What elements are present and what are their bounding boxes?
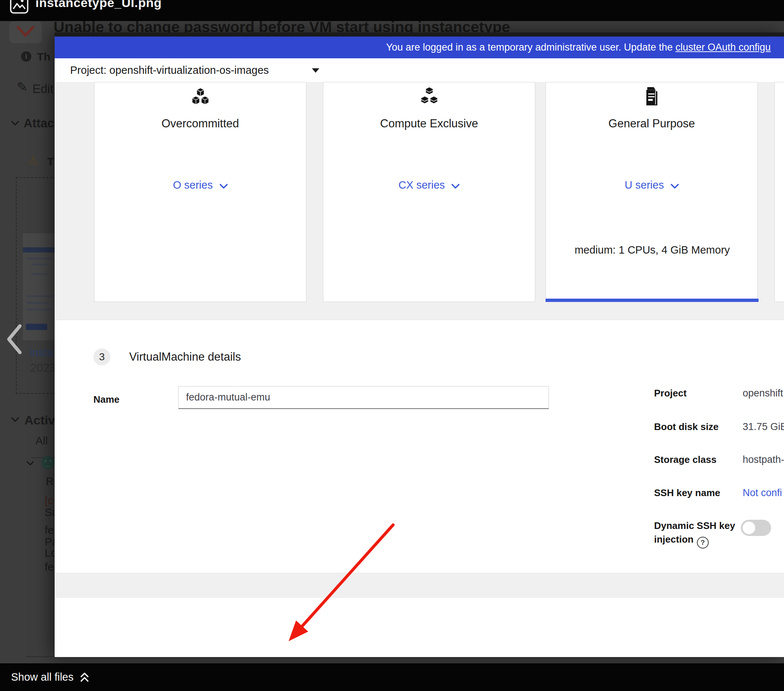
help-icon[interactable]: ? [697, 537, 709, 549]
instancetype-card-section: Overcommitted O series [54, 82, 784, 320]
dynamic-ssh-label-line1: Dynamic SSH key [654, 520, 735, 531]
comment-line: [c [44, 494, 53, 507]
attachment-file-link[interactable]: insta [30, 346, 54, 359]
masthead-edge [54, 33, 784, 36]
avatar [41, 456, 54, 469]
chevron-down-icon [9, 21, 42, 43]
image-file-icon [10, 0, 29, 14]
login-notice-banner: You are logged in as a temporary adminis… [54, 36, 784, 58]
dynamic-ssh-label-line2: injection? [654, 534, 709, 549]
attachment-filename: instancetype_UI.png [35, 0, 162, 10]
chevron-down-icon[interactable] [11, 121, 19, 126]
card-title: General Purpose [546, 117, 758, 130]
screen: Unable to change password before VM star… [0, 0, 784, 691]
chevron-down-icon [220, 183, 228, 190]
show-all-files-button[interactable]: Show all files [11, 671, 89, 683]
comment-line: fe [44, 524, 54, 536]
collapse-comment-button[interactable] [9, 21, 42, 43]
show-all-files-label: Show all files [11, 671, 74, 683]
attachment-image-openshift-wizard: You are logged in as a temporary adminis… [54, 33, 784, 657]
card-partial[interactable] [774, 82, 784, 302]
ssh-key-label: SSH key name [654, 487, 720, 499]
boot-disk-size-label: Boot disk size [654, 421, 719, 433]
divider [26, 656, 54, 657]
warning-text: T [47, 155, 54, 168]
series-dropdown[interactable]: CX series [323, 179, 535, 191]
selected-size-text: medium: 1 CPUs, 4 GiB Memory [571, 240, 733, 260]
step-number: 3 [93, 348, 110, 365]
series-dropdown[interactable]: O series [94, 179, 306, 191]
name-input[interactable] [178, 386, 549, 409]
banner-text: You are logged in as a temporary adminis… [386, 36, 771, 58]
activity-section-header[interactable]: Activi [25, 413, 59, 427]
project-label: Project [654, 388, 687, 399]
chevron-down-icon [671, 183, 679, 190]
ssh-key-link[interactable]: Not confi [743, 487, 782, 499]
edit-button[interactable]: Edit [33, 82, 54, 96]
project-value: openshift [743, 388, 783, 399]
storage-class-value: hostpath- [743, 454, 784, 465]
boot-disk-size-value: 31.75 GiB [743, 421, 784, 433]
server-stack-icon [323, 86, 535, 109]
previous-image-button[interactable] [5, 323, 24, 355]
card-title: Overcommitted [94, 117, 306, 130]
info-icon: i [21, 51, 31, 62]
viewer-footer: Show all files [0, 663, 784, 691]
card-general-purpose[interactable]: General Purpose U series medium: 1 CPUs,… [545, 82, 758, 302]
storage-class-label: Storage class [654, 454, 716, 465]
caret-down-icon[interactable] [312, 68, 319, 73]
chevron-down-icon[interactable] [11, 417, 19, 422]
activity-filter-all[interactable]: All [35, 434, 48, 447]
server-icon [546, 86, 758, 109]
chevron-down-icon [451, 183, 460, 190]
dynamic-ssh-toggle[interactable] [741, 520, 771, 536]
cluster-oauth-link[interactable]: cluster OAuth configu [675, 42, 771, 53]
section-gap [54, 573, 784, 598]
series-dropdown[interactable]: U series [546, 179, 758, 191]
wizard-footer: Start this VirtualMachine after creation… [54, 598, 784, 657]
double-chevron-up-icon [80, 672, 89, 683]
card-compute-exclusive[interactable]: Compute Exclusive CX series [323, 82, 535, 302]
project-selector[interactable]: Project: openshift-virtualization-os-ima… [70, 58, 269, 82]
cubes-icon [94, 86, 306, 109]
project-selector-bar: Project: openshift-virtualization-os-ima… [54, 58, 784, 82]
attachment-thumbnail[interactable] [23, 233, 58, 340]
name-label: Name [93, 394, 120, 405]
info-label: Th [37, 51, 51, 63]
viewer-header: instancetype_UI.png [0, 0, 784, 21]
section-heading: VirtualMachine details [129, 350, 241, 364]
comment-line: fe [44, 561, 54, 573]
pencil-icon: ✎ [16, 79, 28, 95]
selected-indicator [545, 298, 759, 302]
chevron-down-icon[interactable] [26, 461, 34, 466]
card-overcommitted[interactable]: Overcommitted O series [94, 82, 306, 302]
warning-icon: ⚠ [28, 154, 38, 167]
card-title: Compute Exclusive [323, 117, 535, 130]
